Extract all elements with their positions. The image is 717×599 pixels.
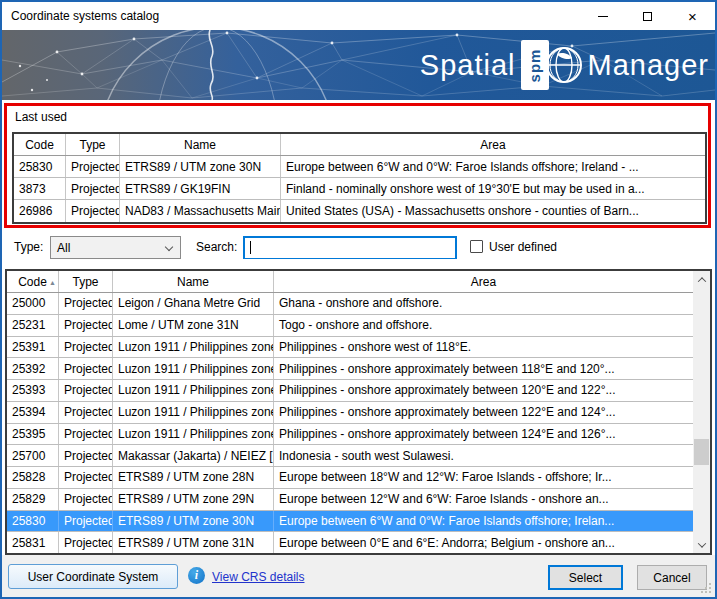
table-row[interactable]: 25391ProjectedLuzon 1911 / Philippines z… (7, 337, 693, 359)
info-icon: i (188, 567, 205, 584)
cell-name: ETRS89 / UTM zone 30N (113, 511, 274, 532)
column-header-name[interactable]: Name (120, 134, 281, 155)
cell-code: 25394 (7, 402, 59, 423)
cell-name: Luzon 1911 / Philippines zone III (113, 380, 274, 401)
cell-type: Projected (66, 178, 120, 199)
column-header-area[interactable]: Area (281, 134, 705, 155)
column-header-code[interactable]: Code (14, 134, 66, 155)
table-row[interactable]: 25700ProjectedMakassar (Jakarta) / NEIEZ… (7, 445, 693, 467)
cell-area: Philippines - onshore approximately betw… (274, 358, 693, 379)
table-row[interactable]: 3873ProjectedETRS89 / GK19FINFinland - n… (14, 178, 705, 200)
table-row[interactable]: 25395ProjectedLuzon 1911 / Philippines z… (7, 424, 693, 446)
scrollbar-thumb[interactable] (694, 439, 709, 465)
table-row[interactable]: 25393ProjectedLuzon 1911 / Philippines z… (7, 380, 693, 402)
window-title: Coordinate systems catalog (2, 9, 580, 23)
cell-code: 25393 (7, 380, 59, 401)
coordinate-systems-catalog-dialog: Coordinate systems catalog × (0, 0, 717, 599)
cell-code: 25000 (7, 293, 59, 314)
table-row[interactable]: 25231ProjectedLome / UTM zone 31NTogo - … (7, 315, 693, 337)
user-defined-checkbox[interactable] (470, 240, 483, 253)
cell-type: Projected (59, 402, 113, 423)
titlebar: Coordinate systems catalog × (2, 2, 715, 30)
table-row[interactable]: 26986ProjectedNAD83 / Massachusetts Main… (14, 200, 705, 222)
cell-area: Indonesia - south west Sulawesi. (274, 445, 693, 466)
select-button[interactable]: Select (548, 565, 623, 590)
cell-name: Makassar (Jakarta) / NEIEZ [DEPRECAT... (113, 445, 274, 466)
spm-logo-box: spm (521, 40, 549, 90)
table-row[interactable]: 25830ProjectedETRS89 / UTM zone 30NEurop… (14, 156, 705, 178)
column-header-area[interactable]: Area (274, 271, 693, 292)
cell-type: Projected (59, 445, 113, 466)
cell-area: Philippines - onshore approximately betw… (274, 424, 693, 445)
type-label: Type: (14, 240, 43, 254)
vertical-scrollbar[interactable] (693, 271, 710, 553)
table-row[interactable]: 25830ProjectedETRS89 / UTM zone 30NEurop… (7, 511, 693, 533)
cell-name: ETRS89 / UTM zone 29N (113, 489, 274, 510)
cell-type: Projected (59, 511, 113, 532)
catalog-table-main: Code ▲ Type Name Area 25000ProjectedLeig… (7, 271, 693, 553)
column-header-name[interactable]: Name (113, 271, 274, 292)
cell-name: Luzon 1911 / Philippines zone IV (113, 402, 274, 423)
chevron-up-icon (697, 277, 705, 285)
scroll-up-button[interactable] (693, 271, 710, 288)
table-row[interactable]: 25831ProjectedETRS89 / UTM zone 31NEurop… (7, 532, 693, 553)
cell-area: Europe between 0°E and 6°E: Andorra; Bel… (274, 532, 693, 553)
maximize-button[interactable] (625, 2, 670, 30)
maximize-icon (643, 12, 652, 21)
cell-code: 25391 (7, 337, 59, 358)
text-caret (250, 241, 251, 254)
cell-name: Leigon / Ghana Metre Grid (113, 293, 274, 314)
table-row[interactable]: 25392ProjectedLuzon 1911 / Philippines z… (7, 358, 693, 380)
cell-type: Projected (59, 380, 113, 401)
column-header-type[interactable]: Type (66, 134, 120, 155)
column-header-type[interactable]: Type (59, 271, 113, 292)
brand-banner: Spatial spm Manager (2, 30, 715, 100)
resize-grip[interactable] (709, 591, 711, 593)
cell-area: Europe between 6°W and 0°W: Faroe Island… (281, 156, 705, 177)
search-input[interactable] (245, 239, 455, 258)
footer-bar: User Coordinate System i View CRS detail… (2, 555, 715, 597)
cell-area: Europe between 12°W and 6°W: Faroe Islan… (274, 489, 693, 510)
cell-code: 25830 (14, 156, 66, 177)
table-row[interactable]: 25828ProjectedETRS89 / UTM zone 28NEurop… (7, 467, 693, 489)
cell-name: NAD83 / Massachusetts Mainland (120, 200, 281, 222)
spm-logo: spm (521, 37, 585, 93)
cell-area: Philippines - onshore west of 118°E. (274, 337, 693, 358)
cell-type: Projected (59, 315, 113, 336)
cell-name: Luzon 1911 / Philippines zone I (113, 337, 274, 358)
catalog-header-row: Code ▲ Type Name Area (7, 271, 693, 293)
cancel-button[interactable]: Cancel (637, 565, 707, 590)
cell-name: ETRS89 / UTM zone 31N (113, 532, 274, 553)
scroll-down-button[interactable] (693, 536, 710, 553)
cell-name: Luzon 1911 / Philippines zone V (113, 424, 274, 445)
cell-code: 3873 (14, 178, 66, 199)
chevron-down-icon (165, 243, 173, 251)
last-used-label: Last used (15, 110, 67, 124)
minimize-button[interactable] (580, 2, 625, 30)
table-row[interactable]: 25000ProjectedLeigon / Ghana Metre GridG… (7, 293, 693, 315)
user-coordinate-system-button[interactable]: User Coordinate System (8, 564, 178, 589)
cell-code: 25829 (7, 489, 59, 510)
cell-type: Projected (59, 424, 113, 445)
cell-code: 26986 (14, 200, 66, 222)
cell-area: Europe between 6°W and 0°W: Faroe Island… (274, 511, 693, 532)
cell-code: 25392 (7, 358, 59, 379)
cell-type: Projected (66, 156, 120, 177)
cell-code: 25395 (7, 424, 59, 445)
view-crs-details-link[interactable]: View CRS details (212, 570, 304, 584)
cell-area: Togo - onshore and offshore. (274, 315, 693, 336)
brand-word-spatial: Spatial (420, 49, 516, 82)
cell-code: 25828 (7, 467, 59, 488)
type-dropdown[interactable]: All (50, 236, 181, 259)
close-button[interactable]: × (670, 2, 715, 30)
cell-name: Lome / UTM zone 31N (113, 315, 274, 336)
last-used-header-row: Code Type Name Area (14, 134, 705, 156)
last-used-table: Code Type Name Area 25830ProjectedETRS89… (12, 132, 707, 224)
column-header-code[interactable]: Code ▲ (7, 271, 59, 292)
cell-area: United States (USA) - Massachusetts onsh… (281, 200, 705, 222)
table-row[interactable]: 25829ProjectedETRS89 / UTM zone 29NEurop… (7, 489, 693, 511)
cell-type: Projected (59, 467, 113, 488)
cell-type: Projected (59, 358, 113, 379)
table-row[interactable]: 25394ProjectedLuzon 1911 / Philippines z… (7, 402, 693, 424)
chevron-down-icon (697, 539, 705, 547)
